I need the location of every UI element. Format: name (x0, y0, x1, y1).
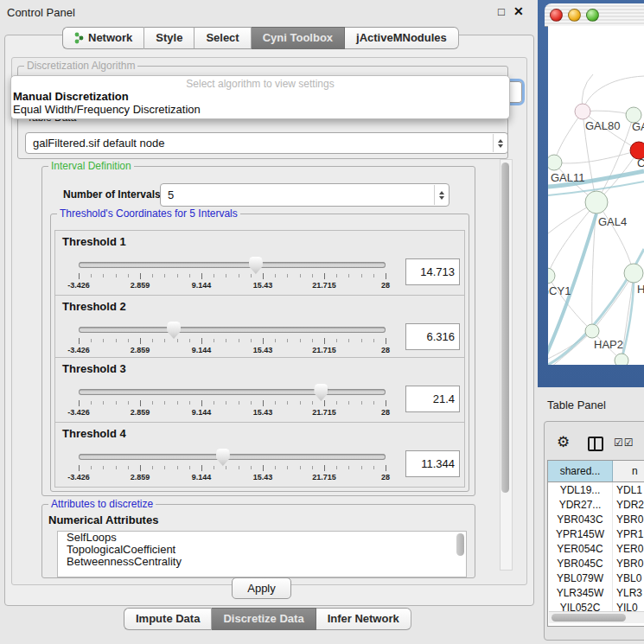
network-node[interactable] (548, 155, 562, 170)
zoom-traffic-light-icon[interactable] (586, 9, 599, 22)
attributes-group: Attributes to discretize Numerical Attri… (41, 504, 475, 578)
network-node[interactable] (575, 104, 590, 119)
cell-name[interactable]: YDL1 (613, 482, 644, 497)
tab-label: Select (206, 28, 239, 48)
network-node[interactable] (624, 264, 643, 283)
tab-style[interactable]: Style (144, 27, 194, 49)
table-row[interactable]: YBR045CYBR0 (548, 556, 644, 571)
numerical-attributes-list[interactable]: SelfLoopsTopologicalCoefficientBetweenne… (57, 531, 467, 577)
minimize-traffic-light-icon[interactable] (568, 9, 581, 22)
network-node[interactable] (585, 191, 608, 214)
threshold-slider[interactable] (79, 327, 386, 337)
network-canvas[interactable]: GAL80GACGAL11GAL4GCY1HHAP2 (548, 26, 644, 365)
close-panel-icon[interactable]: ✕ (513, 4, 524, 18)
subtab-infer-network[interactable]: Infer Network (316, 608, 411, 630)
cell-shared-name[interactable]: YDR27... (548, 497, 613, 512)
cell-shared-name[interactable]: YBR043C (548, 512, 613, 526)
list-scrollbar-thumb[interactable] (456, 533, 464, 556)
cell-shared-name[interactable]: YER054C (548, 541, 613, 556)
slider-thumb[interactable] (216, 449, 230, 466)
tab-cyni-toolbox[interactable]: Cyni Toolbox (252, 27, 345, 49)
network-node[interactable] (548, 268, 555, 284)
slider-tick (177, 466, 178, 469)
close-traffic-light-icon[interactable] (550, 9, 563, 22)
select-columns-checkboxes-icon[interactable]: ☑☑ (614, 437, 634, 449)
table-row[interactable]: YBR043CYBR0 (548, 512, 644, 526)
slider-track[interactable] (79, 262, 386, 268)
slider-thumb[interactable] (249, 257, 263, 274)
scrollbar-thumb[interactable] (552, 614, 626, 622)
network-edge[interactable] (554, 112, 583, 163)
cell-shared-name[interactable]: YLR345W (548, 585, 613, 600)
algorithm-option-equal-width[interactable]: Equal Width/Frequency Discretization (11, 103, 509, 116)
float-window-icon[interactable]: □ (498, 5, 505, 18)
threshold-slider[interactable] (79, 262, 386, 272)
slider-tick (91, 274, 92, 277)
split-columns-icon[interactable] (588, 437, 603, 451)
cell-shared-name[interactable]: YPR145W (548, 526, 613, 541)
attribute-list-item[interactable]: SelfLoops (58, 532, 466, 544)
threshold-value-field[interactable]: 6.316 (405, 323, 460, 350)
cell-name[interactable]: YBR0 (613, 512, 644, 526)
cell-name[interactable]: YBL0 (613, 571, 644, 585)
network-edge[interactable] (554, 150, 639, 163)
tab-select[interactable]: Select (194, 27, 251, 49)
slider-tick-labels: -3.4262.8599.14415.4321.71528 (79, 346, 386, 355)
network-node-label: GAL80 (585, 119, 620, 132)
threshold-slider[interactable] (79, 389, 386, 399)
table-row[interactable]: YPR145WYPR1 (548, 526, 644, 541)
slider-tick (275, 274, 276, 277)
network-window-titlebar[interactable] (545, 3, 644, 27)
slider-tick (336, 466, 337, 469)
attribute-list-item[interactable]: TopologicalCoefficient (58, 544, 466, 556)
cell-name[interactable]: YER0 (613, 541, 644, 556)
subtab-discretize-data[interactable]: Discretize Data (212, 608, 316, 630)
combo-stepper-icon[interactable] (493, 134, 507, 152)
threshold-value-field[interactable]: 14.713 (405, 258, 460, 285)
cell-name[interactable]: YBR0 (613, 556, 644, 571)
table-row[interactable]: YDL19...YDL1 (548, 482, 644, 497)
slider-thumb[interactable] (167, 322, 181, 339)
cell-shared-name[interactable]: YDL19... (548, 482, 613, 497)
network-edge[interactable] (596, 202, 634, 273)
combo-stepper-icon[interactable] (434, 185, 448, 205)
table-horizontal-scrollbar[interactable] (549, 611, 644, 623)
network-node[interactable] (585, 324, 599, 338)
network-edge[interactable] (583, 76, 644, 112)
number-of-intervals-combo[interactable]: 5 (160, 183, 450, 207)
table-data-combo[interactable]: galFiltered.sif default node (25, 132, 508, 154)
scrollbar-thumb[interactable] (501, 163, 509, 493)
slider-track[interactable] (79, 327, 386, 333)
cell-shared-name[interactable]: YBR045C (548, 556, 613, 571)
network-node-label: C (637, 156, 644, 169)
cell-name[interactable]: YDR2 (613, 497, 644, 512)
network-edge[interactable] (622, 283, 634, 360)
table-row[interactable]: YBL079WYBL0 (548, 571, 644, 585)
panel-vertical-scrollbar[interactable] (500, 159, 513, 571)
network-node[interactable] (615, 354, 628, 365)
cell-name[interactable]: YPR1 (613, 526, 644, 541)
subtab-impute-data[interactable]: Impute Data (124, 608, 212, 630)
gear-icon[interactable]: ⚙ (557, 435, 570, 450)
slider-track[interactable] (79, 389, 386, 395)
threshold-slider[interactable] (79, 454, 386, 464)
table-row[interactable]: YLR345WYLR3 (548, 585, 644, 600)
algorithm-option-manual[interactable]: Manual Discretization (11, 90, 509, 103)
table-row[interactable]: YDR27...YDR2 (548, 497, 644, 512)
attribute-list-item[interactable]: BetweennessCentrality (58, 556, 466, 568)
slider-thumb[interactable] (314, 384, 328, 401)
tab-network[interactable]: Network (62, 27, 144, 49)
cell-shared-name[interactable]: YBL079W (548, 571, 613, 585)
slider-tick (251, 274, 252, 277)
threshold-value-field[interactable]: 11.344 (405, 450, 460, 477)
column-header-shared-name[interactable]: shared... (548, 461, 613, 481)
column-header-name[interactable]: n (613, 461, 644, 481)
cell-name[interactable]: YLR3 (613, 585, 644, 600)
apply-button[interactable]: Apply (232, 577, 291, 599)
table-row[interactable]: YER054CYER0 (548, 541, 644, 556)
tab-jactivemnodules[interactable]: jActiveMNodules (345, 27, 459, 49)
slider-tick (300, 274, 301, 277)
slider-track[interactable] (79, 454, 386, 460)
threshold-value-field[interactable]: 21.4 (405, 386, 460, 412)
node-attribute-table[interactable]: shared... n YDL19...YDL1YDR27...YDR2YBR0… (547, 460, 644, 627)
